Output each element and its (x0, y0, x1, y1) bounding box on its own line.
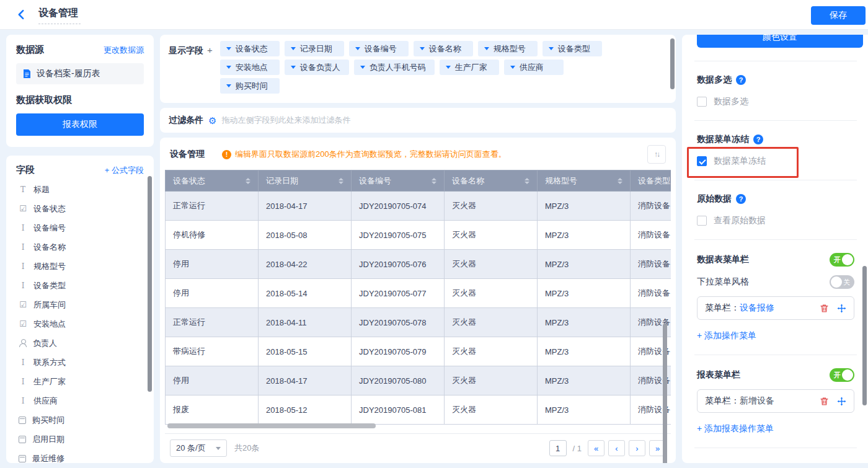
settings-panel-scrollbar[interactable] (862, 266, 867, 405)
add-display-field-button[interactable]: + (203, 41, 214, 97)
table-row[interactable]: 停用 2018-04-22 JDY20190705-076 灭火器 MPZ/3 … (166, 250, 671, 279)
table-vertical-scrollbar[interactable] (663, 324, 667, 463)
first-page-button[interactable]: « (588, 440, 604, 456)
report-menu-item[interactable]: 菜单栏： 新增设备 (697, 389, 854, 413)
change-datasource-link[interactable]: 更改数据源 (104, 45, 144, 56)
save-button[interactable]: 保存 (811, 6, 866, 25)
field-item[interactable]: 负责人 (16, 333, 144, 353)
text-field-icon: I (19, 281, 27, 290)
report-permission-button[interactable]: 报表权限 (16, 113, 144, 136)
cell-device-no: JDY20190705-074 (352, 192, 445, 221)
table-column-header[interactable]: 记录日期 (259, 170, 352, 192)
raw-data-checkbox[interactable] (697, 216, 707, 226)
cell-status: 停用 (166, 250, 259, 279)
column-sort-icon[interactable] (432, 178, 436, 184)
help-icon[interactable]: ? (753, 135, 763, 144)
move-icon[interactable] (837, 304, 846, 313)
field-tag[interactable]: 记录日期 (285, 41, 344, 56)
prev-page-button[interactable]: ‹ (608, 440, 625, 456)
field-tag[interactable]: 负责人手机号码 (354, 60, 435, 75)
field-tag-label: 安装地点 (236, 62, 268, 73)
table-row[interactable]: 停机待修 2018-05-08 JDY20190705-075 灭火器 MPZ/… (166, 221, 671, 250)
column-sort-icon[interactable] (618, 178, 622, 184)
menu-item-name[interactable]: 设备报修 (740, 302, 774, 314)
table-column-header[interactable]: 设备状态 (166, 170, 259, 192)
column-sort-icon[interactable] (525, 178, 529, 184)
cell-device-type: 消防设备 (631, 221, 671, 250)
field-tag[interactable]: 安装地点 (220, 60, 280, 75)
field-tag[interactable]: 设备负责人 (285, 60, 349, 75)
field-tag[interactable]: 供应商 (504, 60, 564, 75)
dropdown-style-toggle[interactable]: 关 (830, 275, 854, 289)
table-column-header[interactable]: 设备编号 (352, 170, 445, 192)
table-menu-toggle[interactable]: 开 (830, 253, 854, 267)
chevron-down-icon (226, 84, 231, 87)
field-item[interactable]: I 设备名称 (16, 237, 144, 257)
field-item[interactable]: I 设备类型 (16, 276, 144, 295)
table-row[interactable]: 正常运行 2018-04-11 JDY20190705-078 灭火器 MPZ/… (166, 308, 671, 337)
gear-icon[interactable]: ⚙ (208, 116, 216, 125)
page-size-select[interactable]: 20 条/页 (170, 439, 227, 457)
field-tag[interactable]: 设备编号 (349, 41, 409, 56)
field-item[interactable]: 最近维修 (16, 449, 144, 463)
back-icon[interactable] (16, 8, 30, 22)
next-page-button[interactable]: › (629, 440, 645, 456)
table-column-header[interactable]: 规格型号 (538, 170, 631, 192)
field-item[interactable]: I 联系方式 (16, 353, 144, 372)
page-number-input[interactable] (549, 440, 567, 456)
field-item[interactable]: I 规格型号 (16, 257, 144, 276)
field-item[interactable]: ☑ 所属车间 (16, 295, 144, 314)
add-formula-field-link[interactable]: + 公式字段 (105, 165, 144, 176)
report-menu-toggle[interactable]: 开 (830, 368, 854, 382)
datasource-title: 数据源 (16, 44, 44, 56)
table-column-header[interactable]: 设备名称 (445, 170, 538, 192)
fields-scrollbar[interactable] (148, 176, 152, 392)
field-item[interactable]: 购买时间 (16, 410, 144, 430)
field-tag[interactable]: 设备名称 (414, 41, 473, 56)
move-icon[interactable] (837, 397, 846, 406)
column-sort-icon[interactable] (246, 178, 250, 184)
field-tag[interactable]: 购买时间 (220, 78, 280, 94)
table-row[interactable]: 带病运行 2018-05-15 JDY20190705-079 灭火器 MPZ/… (166, 337, 671, 366)
sort-order-button[interactable]: ↑↓ (647, 145, 666, 164)
menu-item-name[interactable]: 新增设备 (740, 395, 774, 407)
field-item[interactable]: I 供应商 (16, 391, 144, 410)
table-menu-item[interactable]: 菜单栏： 设备报修 (697, 296, 854, 320)
field-item[interactable]: I 设备编号 (16, 218, 144, 237)
field-item[interactable]: T 标题 (16, 180, 144, 199)
page-title[interactable]: 设备管理 (38, 6, 81, 24)
help-icon[interactable]: ? (736, 194, 746, 204)
field-tag[interactable]: 设备状态 (220, 41, 280, 56)
help-icon[interactable]: ? (736, 75, 746, 85)
divider (694, 355, 857, 355)
field-tag[interactable]: 规格型号 (478, 41, 538, 56)
add-report-action-menu-link[interactable]: + 添加报表操作菜单 (697, 423, 854, 435)
field-tag[interactable]: 设备类型 (542, 41, 602, 56)
datasource-item[interactable]: 设备档案-履历表 (16, 63, 144, 84)
text-field-icon: I (19, 262, 27, 271)
table-column-header[interactable]: 设备类型 (631, 170, 671, 192)
add-action-menu-link[interactable]: + 添加操作菜单 (697, 330, 854, 342)
color-settings-button[interactable]: 颜色设置 (697, 35, 863, 48)
display-card-scrollbar[interactable] (670, 38, 675, 89)
table-row[interactable]: 报废 2018-05-12 JDY20190705-081 灭火器 MPZ/3 … (166, 395, 671, 425)
field-tag[interactable]: 生产厂家 (440, 60, 499, 75)
field-item[interactable]: ☑ 安装地点 (16, 314, 144, 333)
table-row[interactable]: 停用 2018-04-17 JDY20190705-080 灭火器 MPZ/3 … (166, 366, 671, 395)
table-row[interactable]: 停用 2018-05-14 JDY20190705-077 灭火器 MPZ/3 … (166, 279, 671, 308)
multi-select-checkbox[interactable] (697, 97, 707, 107)
cell-device-no: JDY20190705-076 (352, 250, 445, 279)
field-item[interactable]: I 生产厂家 (16, 372, 144, 391)
field-item[interactable]: 启用日期 (16, 430, 144, 449)
column-sort-icon[interactable] (339, 178, 343, 184)
chevron-down-icon (291, 47, 296, 50)
table-horizontal-scrollbar[interactable] (167, 423, 376, 428)
cell-record-date: 2018-05-15 (259, 337, 352, 366)
delete-icon[interactable] (820, 304, 829, 313)
field-item[interactable]: ☑ 设备状态 (16, 199, 144, 218)
menu-freeze-checkbox[interactable] (697, 156, 707, 166)
field-label: 设备类型 (33, 280, 66, 291)
date-field-icon (19, 455, 26, 462)
delete-icon[interactable] (820, 397, 829, 406)
table-row[interactable]: 正常运行 2018-04-17 JDY20190705-074 灭火器 MPZ/… (166, 192, 671, 221)
